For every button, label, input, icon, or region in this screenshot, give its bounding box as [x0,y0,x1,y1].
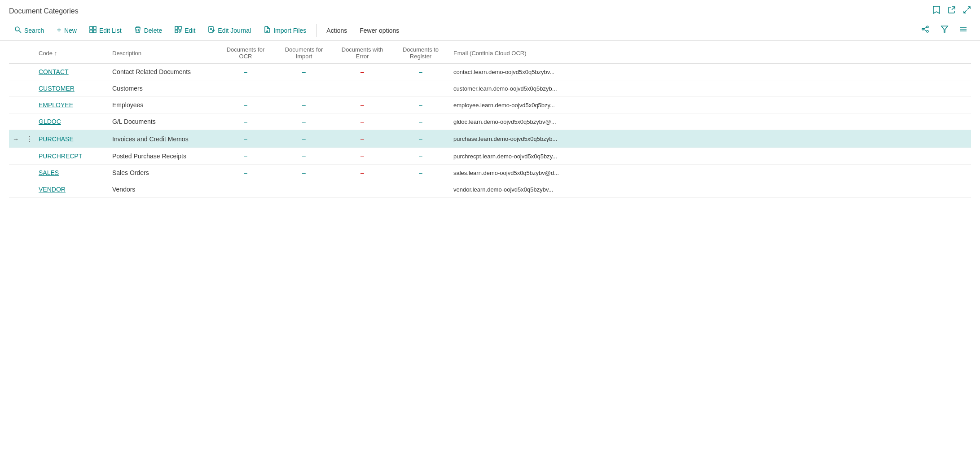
row-email-cell: purchrecpt.learn.demo-oojvd5x0q5bzy... [450,148,971,165]
import-files-button[interactable]: Import Files [258,23,312,38]
row-docs-import-cell: – [275,97,333,114]
row-code-cell[interactable]: EMPLOYEE [37,97,109,114]
row-docs-import-cell: – [275,148,333,165]
svg-rect-6 [175,26,178,29]
code-link[interactable]: EMPLOYEE [39,101,73,109]
filter-icon[interactable] [937,23,952,37]
svg-line-13 [924,27,927,29]
row-arrow-cell [9,114,22,130]
row-docs-error-cell: – [333,165,391,181]
svg-rect-5 [93,30,96,33]
row-docs-register-cell: – [391,114,450,130]
row-code-cell[interactable]: PURCHASE [37,130,109,148]
search-button[interactable]: Search [9,23,49,38]
row-dots-cell[interactable] [22,80,37,97]
import-files-label: Import Files [273,27,306,34]
edit-list-button[interactable]: Edit List [84,23,127,38]
row-docs-ocr-cell: – [216,114,275,130]
code-link[interactable]: SALES [39,169,59,176]
delete-icon [134,26,141,35]
row-dots-cell[interactable] [22,97,37,114]
col-docs-import-header[interactable]: Documents for Import [275,41,333,64]
row-code-cell[interactable]: PURCHRECPT [37,148,109,165]
row-email-cell: customer.learn.demo-oojvd5x0q5bzyb... [450,80,971,97]
new-button[interactable]: + New [51,23,82,38]
columns-icon[interactable] [956,23,971,37]
svg-rect-8 [175,30,178,33]
edit-button[interactable]: Edit [169,23,201,38]
bookmark-icon[interactable] [932,5,940,17]
row-dots-cell[interactable] [22,114,37,130]
row-docs-ocr-cell: – [216,64,275,80]
col-docs-error-header[interactable]: Documents with Error [333,41,391,64]
row-docs-ocr-cell: – [216,80,275,97]
row-docs-import-cell: – [275,130,333,148]
col-arrow-header [9,41,22,64]
row-dots-cell[interactable] [22,64,37,80]
table-row[interactable]: EMPLOYEEEmployees––––employee.learn.demo… [9,97,971,114]
row-code-cell[interactable]: SALES [37,165,109,181]
row-code-cell[interactable]: VENDOR [37,181,109,198]
row-code-cell[interactable]: GLDOC [37,114,109,130]
fewer-options-button[interactable]: Fewer options [354,24,404,37]
import-files-icon [264,26,271,35]
col-description-header[interactable]: Description [109,41,216,64]
code-link[interactable]: PURCHRECPT [39,153,82,160]
open-new-icon[interactable] [948,6,956,16]
edit-list-label: Edit List [99,27,122,34]
row-dots-cell[interactable]: ⋮ [22,130,37,148]
svg-line-14 [924,30,927,31]
actions-button[interactable]: Actions [321,24,352,37]
collapse-icon[interactable] [963,6,971,16]
svg-rect-3 [93,26,96,29]
col-email-header[interactable]: Email (Continia Cloud OCR) [450,41,971,64]
edit-journal-button[interactable]: Edit Journal [202,23,256,38]
row-code-cell[interactable]: CONTACT [37,64,109,80]
table-row[interactable]: CUSTOMERCustomers––––customer.learn.demo… [9,80,971,97]
table-row[interactable]: VENDORVendors––––vendor.learn.demo-oojvd… [9,181,971,198]
table-header-row: Code ↑ Description Documents for OCR Doc… [9,41,971,64]
row-arrow-cell [9,148,22,165]
share-icon[interactable] [918,23,933,37]
code-link[interactable]: PURCHASE [39,135,74,143]
row-docs-register-cell: – [391,148,450,165]
row-docs-import-cell: – [275,114,333,130]
delete-button[interactable]: Delete [129,23,167,38]
edit-icon [175,26,182,35]
row-description-cell: Posted Purchase Receipts [109,148,216,165]
svg-rect-4 [90,30,92,33]
title-bar-right [932,5,971,17]
table-row[interactable]: GLDOCG/L Documents––––gldoc.learn.demo-o… [9,114,971,130]
row-arrow-cell [9,80,22,97]
row-docs-error-cell: – [333,64,391,80]
table-row[interactable]: SALESSales Orders––––sales.learn.demo-oo… [9,165,971,181]
col-docs-ocr-header[interactable]: Documents for OCR [216,41,275,64]
row-description-cell: Employees [109,97,216,114]
table-row[interactable]: CONTACTContact Related Documents––––cont… [9,64,971,80]
page-title: Document Categories [9,7,79,15]
new-label: New [64,27,77,34]
row-dots-cell[interactable] [22,165,37,181]
row-docs-register-cell: – [391,181,450,198]
row-description-cell: Vendors [109,181,216,198]
row-code-cell[interactable]: CUSTOMER [37,80,109,97]
page-container: Document Categories [0,0,980,454]
col-code-header[interactable]: Code ↑ [37,41,109,64]
row-arrow-cell [9,97,22,114]
code-link[interactable]: VENDOR [39,186,66,193]
row-dots-cell[interactable] [22,181,37,198]
code-link[interactable]: GLDOC [39,118,61,125]
row-dots-cell[interactable] [22,148,37,165]
table-row[interactable]: PURCHRECPTPosted Purchase Receipts––––pu… [9,148,971,165]
code-link[interactable]: CUSTOMER [39,85,75,92]
col-docs-register-header[interactable]: Documents to Register [391,41,450,64]
svg-line-1 [19,31,21,33]
new-icon: + [57,26,62,35]
edit-journal-label: Edit Journal [218,27,251,34]
svg-point-0 [15,27,19,31]
code-link[interactable]: CONTACT [39,68,69,75]
row-docs-ocr-cell: – [216,165,275,181]
data-table: Code ↑ Description Documents for OCR Doc… [9,41,971,198]
title-bar: Document Categories [0,0,980,20]
table-row[interactable]: →⋮PURCHASEInvoices and Credit Memos––––p… [9,130,971,148]
